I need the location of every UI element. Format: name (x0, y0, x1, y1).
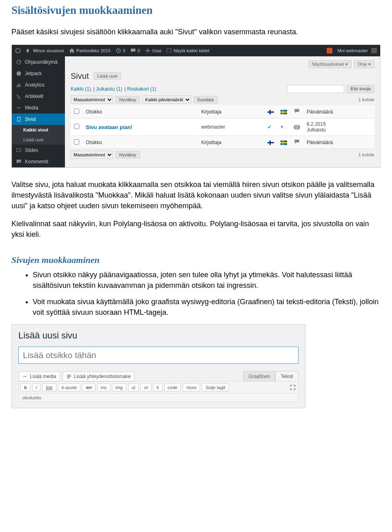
wp-content-area: Näyttöasetukset ▾ Ohje ▾ Sivut Lisää uus… (65, 56, 380, 167)
tb-del[interactable]: del (82, 383, 96, 392)
wp-toolbar: Minun sivustoni Partioviikko 2015 3 0 Uu… (12, 45, 380, 56)
doc-subheading: Sivujen muokkaaminen (11, 255, 381, 265)
filter-all[interactable]: Kaikki (1) (71, 86, 91, 92)
svg-rect-1 (167, 49, 171, 52)
lang-se-add-icon[interactable]: + (281, 124, 283, 130)
tab-text[interactable]: Teksti (275, 371, 298, 381)
tb-code[interactable]: code (164, 383, 181, 392)
add-new-button[interactable]: Lisää uusi (94, 72, 121, 80)
wp-logo-icon[interactable] (15, 48, 21, 53)
sidebar-item-posts[interactable]: Artikkelit (12, 91, 65, 102)
item-count-bottom: 1 kohde (359, 152, 374, 157)
date-filter-select[interactable]: Kaikki päivämäärät (143, 96, 191, 104)
page-title-input[interactable] (18, 347, 298, 364)
doc-para-1: Valitse sivu, jota haluat muokata klikka… (11, 179, 381, 211)
fullscreen-icon[interactable] (289, 384, 296, 391)
filter-trash[interactable]: Roskakori (1) (127, 86, 156, 92)
screen-options-tab[interactable]: Näyttöasetukset ▾ (308, 60, 352, 68)
sidebar-item-comments[interactable]: Kommentit (12, 156, 65, 167)
doc-para-2: Kielivalinnat saat näkyviin, kun Polylan… (11, 218, 381, 240)
user-greeting[interactable]: Moi webmaster (337, 48, 377, 53)
sidebar-sub-add-new[interactable]: Lisää uusi (12, 135, 65, 145)
svg-point-6 (19, 107, 20, 109)
tb-li[interactable]: li (153, 383, 163, 392)
select-all-checkbox[interactable] (74, 109, 79, 114)
svg-point-9 (24, 376, 25, 377)
search-button[interactable]: Etsi sivuja (347, 85, 374, 93)
help-tab[interactable]: Ohje ▾ (354, 60, 374, 68)
comments-icon (294, 108, 300, 114)
bulk-action-select-bottom[interactable]: Massatoiminnot (71, 151, 113, 159)
updates-link[interactable]: 3 (116, 48, 125, 53)
page-title-link[interactable]: Sivu avataan pian! (86, 124, 132, 130)
search-input[interactable] (287, 85, 344, 93)
my-sites-link[interactable]: Minun sivustoni (26, 48, 64, 53)
screenshot-wp-pages-list: Minun sivustoni Partioviikko 2015 3 0 Uu… (11, 45, 381, 168)
table-row: Sivu avataan pian! webmaster ✓ + 0 6.2.2… (71, 118, 374, 136)
status-filter-links: Kaikki (1) | Julkaistu (1) | Roskakori (… (71, 86, 157, 92)
tab-visual[interactable]: Graafinen (243, 371, 276, 381)
svg-rect-2 (371, 48, 377, 53)
apply-button[interactable]: Hyväksy (116, 96, 140, 103)
sidebar-sub-all-pages[interactable]: Kaikki sivut (12, 125, 65, 135)
comments-link[interactable]: 0 (130, 48, 140, 53)
add-contact-form-button[interactable]: Lisää yhteydenottolomake (62, 372, 134, 381)
lang-fi-check-icon[interactable]: ✓ (267, 124, 272, 130)
pages-table: Otsikko Kirjoittaja Päivämäärä Sivu avat… (71, 105, 374, 149)
sidebar-item-dashboard[interactable]: Ohjausnäkymä (12, 56, 65, 68)
tb-more[interactable]: more (183, 383, 200, 392)
toolbar-row2: oikoluettu (18, 394, 298, 402)
sidebar-item-media[interactable]: Media (12, 102, 65, 114)
languages-link[interactable]: Näytä kaikki kielet (166, 48, 209, 53)
svg-rect-12 (67, 376, 71, 377)
tb-ul[interactable]: ul (128, 383, 139, 392)
site-name-link[interactable]: Partioviikko 2015 (69, 48, 111, 53)
tb-bold[interactable]: b (20, 383, 31, 392)
flag-fi-icon (267, 140, 274, 145)
col-author[interactable]: Kirjoittaja (198, 105, 264, 118)
sidebar-item-pages[interactable]: Sivut (12, 114, 65, 125)
apply-button-bottom[interactable]: Hyväksy (116, 151, 140, 158)
sidebar-item-slides[interactable]: Slides (12, 145, 65, 156)
comment-count-badge[interactable]: 0 (294, 125, 300, 129)
tb-link[interactable]: link (42, 383, 56, 392)
sidebar-item-analytics[interactable]: Analytics (12, 79, 65, 91)
bulk-action-select[interactable]: Massatoiminnot (71, 96, 113, 104)
row-date: 6.2.2015Julkaistu (303, 118, 374, 136)
tb-ins[interactable]: ins (97, 383, 110, 392)
filter-button[interactable]: Suodata (194, 96, 218, 103)
tb-img[interactable]: img (112, 383, 127, 392)
svg-point-5 (18, 107, 19, 109)
sidebar-item-jetpack[interactable]: Jetpack (12, 68, 65, 79)
doc-intro: Pääset käsiksi sivujesi sisältöön klikka… (11, 27, 381, 37)
col-title-footer[interactable]: Otsikko (82, 136, 198, 149)
col-date-footer[interactable]: Päivämäärä (303, 136, 374, 149)
admin-sidebar: Ohjausnäkymä Jetpack Analytics Artikkeli… (12, 56, 65, 167)
svg-rect-13 (67, 378, 69, 378)
flag-fi-icon (267, 110, 274, 114)
editor-toolbar: b i link b-quote del ins img ul ol li co… (18, 381, 298, 394)
tb-bquote[interactable]: b-quote (58, 383, 80, 392)
tb-close-tags[interactable]: Sulje tagit (202, 383, 229, 392)
add-media-button[interactable]: Lisää media (18, 372, 60, 381)
page-heading: Sivut (71, 71, 89, 81)
col-date[interactable]: Päivämäärä (303, 105, 374, 118)
row-author: webmaster (198, 118, 264, 136)
svg-point-0 (16, 48, 20, 53)
flag-se-icon (281, 110, 287, 114)
svg-point-4 (16, 71, 21, 76)
new-content-link[interactable]: Uusi (145, 48, 161, 53)
screenshot-wp-editor: Lisää uusi sivu Lisää media Lisää yhteyd… (11, 324, 305, 408)
item-count: 1 kohde (359, 97, 374, 102)
tb-ol[interactable]: ol (140, 383, 151, 392)
comments-icon (294, 139, 300, 145)
col-author-footer[interactable]: Kirjoittaja (198, 136, 264, 149)
tb-italic[interactable]: i (32, 383, 40, 392)
row-checkbox[interactable] (74, 124, 79, 129)
filter-published[interactable]: Julkaistu (1) (96, 86, 122, 92)
col-title[interactable]: Otsikko (82, 105, 198, 118)
svg-rect-7 (18, 117, 20, 121)
notification-badge[interactable] (327, 48, 332, 53)
editor-heading: Lisää uusi sivu (18, 330, 298, 341)
select-all-checkbox-footer[interactable] (74, 139, 79, 145)
